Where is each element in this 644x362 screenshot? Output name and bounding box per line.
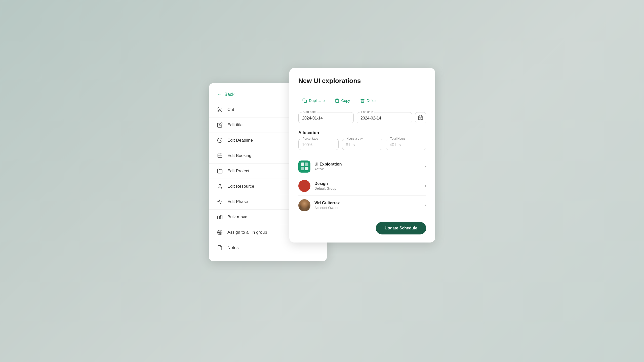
ui-exploration-name: UI Exploration [314, 162, 421, 167]
booking-icon [217, 153, 223, 159]
list-item-design[interactable]: Design Default Group › [298, 176, 426, 196]
design-name: Design [314, 181, 421, 186]
copy-label: Copy [341, 98, 350, 103]
percentage-label: Percentage [302, 137, 319, 140]
total-hours-value: 40 hrs [390, 142, 422, 147]
svg-point-15 [219, 231, 221, 234]
duplicate-button[interactable]: Duplicate [298, 96, 329, 105]
svg-rect-20 [336, 99, 338, 99]
svg-rect-12 [220, 215, 222, 219]
end-date-value: 2024-02-14 [360, 115, 408, 120]
end-date-label: End date [360, 110, 374, 114]
design-avatar [298, 180, 310, 192]
svg-rect-19 [304, 100, 307, 102]
design-sub: Default Group [314, 186, 421, 190]
duplicate-label: Duplicate [309, 98, 325, 103]
ui-exploration-avatar [298, 160, 310, 173]
viri-name: Viri Guiterrez [314, 201, 421, 205]
hours-per-day-field[interactable]: Hours a day 8 hrs [342, 139, 382, 150]
items-list: UI Exploration Active › Design Default G… [298, 157, 426, 215]
menu-item-notes-label: Notes [227, 245, 238, 250]
menu-item-assign-group-label: Assign to all in group [227, 230, 267, 235]
hours-per-day-value: 8 hrs [346, 142, 379, 147]
notes-icon [217, 245, 223, 251]
design-chevron: › [425, 183, 426, 188]
move-icon [217, 214, 223, 220]
percentage-value: 100% [302, 142, 335, 147]
menu-item-edit-deadline-label: Edit Deadline [227, 138, 253, 143]
design-info: Design Default Group [314, 181, 421, 190]
svg-rect-11 [218, 216, 219, 219]
ui-exploration-sub: Active [314, 167, 421, 171]
allocation-fields: Percentage 100% Hours a day 8 hrs Total … [298, 139, 426, 150]
menu-item-edit-phase-label: Edit Phase [227, 199, 248, 204]
copy-button[interactable]: Copy [331, 96, 354, 105]
viri-info: Viri Guiterrez Account Owner [314, 201, 421, 210]
menu-item-edit-title-label: Edit title [227, 123, 243, 128]
svg-line-3 [220, 110, 222, 111]
start-date-field[interactable]: Start date 2024-01-14 [298, 112, 354, 123]
start-date-value: 2024-01-14 [302, 115, 350, 120]
panel-title: New UI explorations [298, 77, 426, 85]
svg-rect-6 [218, 154, 222, 157]
pencil-icon [217, 122, 223, 128]
clock-icon [217, 137, 223, 143]
copy-icon [335, 98, 339, 103]
end-date-field[interactable]: End date 2024-02-14 [357, 112, 412, 123]
menu-item-cut-label: Cut [227, 107, 234, 112]
total-hours-field[interactable]: Total Hours 40 hrs [386, 139, 426, 150]
viri-avatar [298, 199, 310, 211]
wave-icon [217, 199, 223, 205]
back-label: Back [224, 92, 234, 97]
svg-line-4 [219, 109, 220, 110]
delete-label: Delete [367, 98, 378, 103]
ui-exploration-info: UI Exploration Active [314, 162, 421, 171]
menu-item-edit-project-label: Edit Project [227, 169, 249, 174]
svg-point-10 [219, 184, 221, 186]
target-icon [217, 229, 223, 235]
main-panel: New UI explorations Duplicate [289, 68, 435, 243]
list-item-viri[interactable]: Viri Guiterrez Account Owner › [298, 196, 426, 215]
delete-button[interactable]: Delete [356, 96, 382, 105]
delete-icon [360, 98, 365, 103]
folder-icon [217, 168, 223, 174]
percentage-field[interactable]: Percentage 100% [298, 139, 339, 150]
person-icon [217, 183, 223, 189]
menu-item-edit-resource-label: Edit Resource [227, 184, 254, 189]
menu-item-edit-booking-label: Edit Booking [227, 153, 251, 158]
action-bar: Duplicate Copy [298, 96, 426, 105]
start-date-label: Start date [302, 110, 317, 114]
hours-per-day-label: Hours a day [345, 137, 364, 140]
calendar-button[interactable] [415, 112, 426, 123]
cut-icon [217, 107, 223, 113]
update-schedule-button[interactable]: Update Schedule [376, 222, 426, 234]
allocation-title: Allocation [298, 130, 426, 135]
duplicate-icon [302, 98, 307, 103]
svg-point-16 [219, 232, 220, 233]
svg-rect-21 [419, 116, 423, 120]
viri-sub: Account Owner [314, 206, 421, 210]
menu-item-bulk-move-label: Bulk move [227, 215, 247, 220]
list-item-ui-exploration[interactable]: UI Exploration Active › [298, 157, 426, 176]
ui-exploration-chevron: › [425, 164, 426, 169]
back-arrow-icon: ← [217, 92, 222, 97]
date-row: Start date 2024-01-14 End date 2024-02-1… [298, 112, 426, 123]
total-hours-label: Total Hours [389, 137, 407, 140]
menu-item-notes[interactable]: Notes [209, 240, 327, 255]
more-options-button[interactable]: ⋯ [416, 96, 426, 105]
allocation-section: Allocation Percentage 100% Hours a day 8… [298, 130, 426, 150]
panel-title-divider [298, 90, 426, 90]
viri-chevron: › [425, 203, 426, 208]
svg-point-14 [218, 230, 222, 234]
